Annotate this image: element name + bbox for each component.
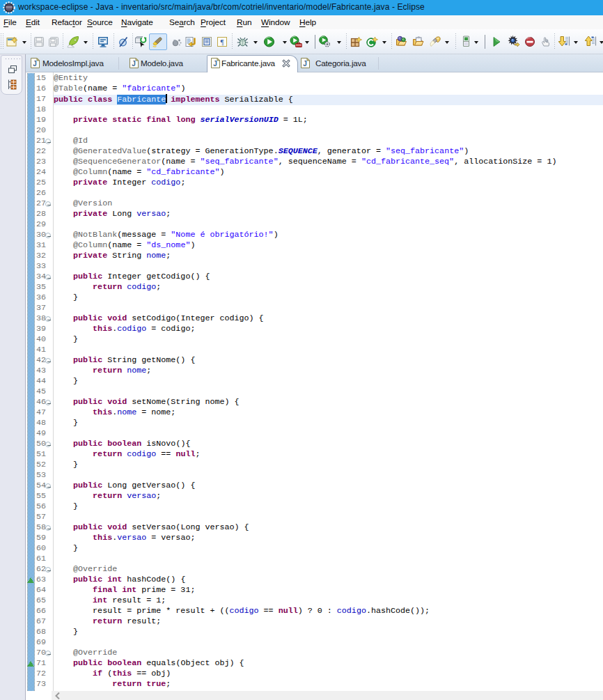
svg-text:¶: ¶ [221, 38, 224, 46]
svg-text:J: J [132, 60, 136, 68]
svg-text:J: J [303, 60, 307, 68]
svg-text:J: J [213, 60, 217, 68]
svg-text:J: J [33, 60, 37, 68]
